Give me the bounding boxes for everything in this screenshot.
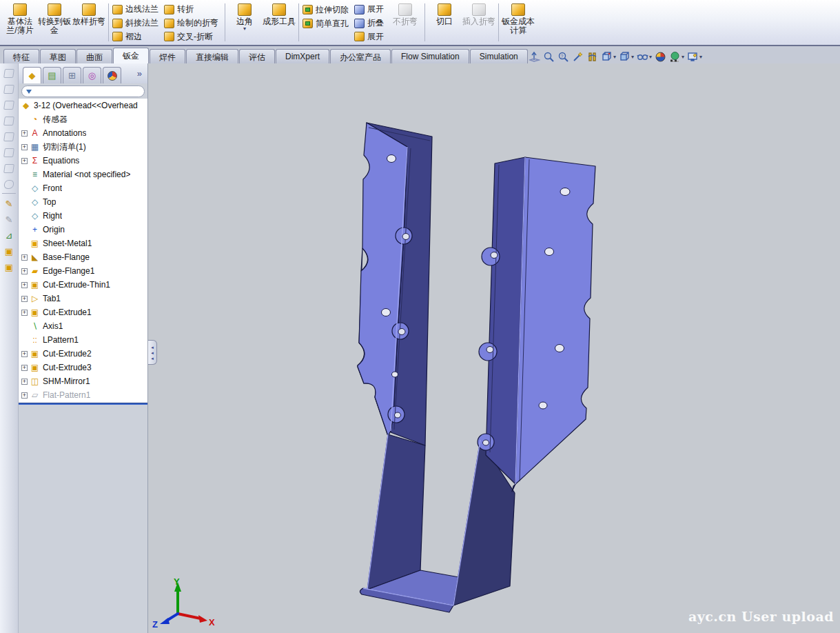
sheet-metal-part-model[interactable] xyxy=(148,63,840,633)
reference-geometry-button[interactable]: ⊿ xyxy=(3,229,15,241)
sketched-bend-button[interactable]: 绘制的折弯 xyxy=(163,17,223,30)
dropdown-caret-icon[interactable]: ▾ xyxy=(243,26,246,32)
extruded-cut-button[interactable]: 拉伸切除 xyxy=(301,3,353,17)
instant3d-alt-button[interactable]: ▣ xyxy=(3,261,15,273)
dropdown-caret-icon[interactable]: ▾ xyxy=(649,54,652,60)
expand-plus-icon[interactable]: + xyxy=(21,392,28,399)
zoom-to-fit-button[interactable] xyxy=(527,50,542,63)
expand-plus-icon[interactable]: + xyxy=(21,379,28,385)
edit-sketch-button[interactable]: ✎ xyxy=(3,213,15,225)
tree-item-right[interactable]: ◇Right xyxy=(19,209,147,223)
sketch-pencil-button[interactable]: ✎ xyxy=(3,197,15,210)
section-view-button[interactable] xyxy=(585,50,600,63)
tree-item-cut-extrude3[interactable]: +▣Cut-Extrude3 xyxy=(19,361,147,374)
feature-box-button[interactable] xyxy=(3,146,15,159)
propertymanager-tab[interactable]: ▤ xyxy=(43,67,61,83)
cross-break-button[interactable]: 交叉-折断 xyxy=(163,30,223,43)
display-style-button[interactable]: ▾ xyxy=(617,50,635,63)
expand-plus-icon[interactable]: + xyxy=(21,268,28,274)
panel-splitter-handle[interactable]: ◂◂◂ xyxy=(148,340,157,365)
tree-item-cut-extrude2[interactable]: +▣Cut-Extrude2 xyxy=(19,347,147,361)
expand-plus-icon[interactable]: + xyxy=(21,365,28,371)
lofted-bend-button[interactable]: 放样折弯 xyxy=(72,1,106,43)
sheetmetal-cost-button[interactable]: 钣金成本计算 xyxy=(501,1,535,43)
edge-flange-button[interactable]: 边线法兰 xyxy=(111,3,163,17)
tab-评估[interactable]: 评估 xyxy=(239,49,275,63)
tree-item-edge-flange1[interactable]: +▰Edge-Flange1 xyxy=(19,264,147,278)
expand-plus-icon[interactable]: + xyxy=(21,158,28,164)
expand-plus-icon[interactable]: + xyxy=(21,351,28,357)
tab-钣金[interactable]: 钣金 xyxy=(113,48,149,63)
tree-item-base-flange[interactable]: +◣Base-Flange xyxy=(19,250,147,264)
graphics-viewport[interactable]: Y X Z ayc.cn User upload xyxy=(148,63,840,633)
tree-item-lpattern1[interactable]: ::LPattern1 xyxy=(19,333,147,347)
dropdown-caret-icon[interactable]: ▾ xyxy=(699,54,702,60)
expand-plus-icon[interactable]: + xyxy=(21,130,28,137)
tree-item-flat-pattern1[interactable]: +▱Flat-Pattern1 xyxy=(19,388,147,402)
tree-item-shm-mirror1[interactable]: +◫SHM-Mirror1 xyxy=(19,374,147,388)
feature-box-button[interactable] xyxy=(3,114,15,127)
feature-box-button[interactable] xyxy=(3,99,15,111)
feature-box-button[interactable] xyxy=(3,67,15,79)
convert-to-sheetmetal-button[interactable]: 转换到钣金 xyxy=(37,1,72,43)
jog-button[interactable]: 转折 xyxy=(163,3,223,17)
tree-item-root[interactable]: ◆3-12 (Overhead<<Overhead xyxy=(19,99,147,112)
tree-item-cut-extrude1[interactable]: +▣Cut-Extrude1 xyxy=(19,305,147,319)
tab-曲面[interactable]: 曲面 xyxy=(76,49,112,63)
dropdown-caret-icon[interactable]: ▾ xyxy=(631,54,634,60)
tree-item-top[interactable]: ◇Top xyxy=(19,195,147,209)
feature-filter-box[interactable] xyxy=(21,86,145,97)
tree-item-切割清单-1-[interactable]: +▦切割清单(1) xyxy=(19,140,147,154)
feature-box-button[interactable] xyxy=(3,83,15,95)
featuremanager-tab[interactable]: ◆ xyxy=(23,67,41,83)
hide-show-items-button[interactable]: ▾ xyxy=(635,50,653,63)
tree-item-tab1[interactable]: +▷Tab1 xyxy=(19,292,147,305)
dropdown-caret-icon[interactable]: ▾ xyxy=(613,54,616,60)
feature-box-button[interactable] xyxy=(3,162,15,174)
configurationmanager-tab[interactable]: ⊞ xyxy=(63,67,81,83)
forming-tool-button[interactable]: 成形工具 xyxy=(262,1,296,43)
expand-plus-icon[interactable]: + xyxy=(21,254,28,261)
tab-dimxpert[interactable]: DimXpert xyxy=(276,49,329,63)
tree-item-origin[interactable]: +Origin xyxy=(19,223,147,237)
unfold-button[interactable]: 展开 xyxy=(353,3,388,17)
rip-button[interactable]: 切口 xyxy=(427,1,462,43)
tree-item-sheet-metal1[interactable]: ▣Sheet-Metal1 xyxy=(19,237,147,250)
simple-hole-button[interactable]: 简单直孔 xyxy=(301,17,353,30)
corner-button[interactable]: 边角▾ xyxy=(227,1,262,43)
tab-草图[interactable]: 草图 xyxy=(40,49,76,63)
rollback-bar[interactable] xyxy=(19,403,147,405)
view-selector-button[interactable] xyxy=(571,50,585,63)
view-orientation-button[interactable]: ▾ xyxy=(600,50,617,63)
tree-item-equations[interactable]: +ΣEquations xyxy=(19,154,147,168)
tab-flow-simulation[interactable]: Flow Simulation xyxy=(391,49,469,63)
dimxpertmanager-tab[interactable]: ◎ xyxy=(83,67,101,83)
expand-plus-icon[interactable]: + xyxy=(21,310,28,316)
feature-box-round-button[interactable] xyxy=(3,178,15,190)
dropdown-caret-icon[interactable]: ▾ xyxy=(682,54,684,60)
edit-appearance-button[interactable] xyxy=(653,50,668,63)
displaymanager-tab[interactable] xyxy=(103,67,121,83)
tab-办公室产品[interactable]: 办公室产品 xyxy=(330,49,391,63)
tab-直接编辑[interactable]: 直接编辑 xyxy=(186,49,238,63)
expand-plus-icon[interactable]: + xyxy=(21,144,28,150)
tree-item-material-not-specified-[interactable]: ≡Material <not specified> xyxy=(19,168,147,181)
hem-button[interactable]: 褶边 xyxy=(111,30,163,43)
tab-特征[interactable]: 特征 xyxy=(3,49,39,63)
feature-box-button[interactable] xyxy=(3,130,15,143)
magnified-selection-button[interactable]: ? xyxy=(556,50,571,63)
tree-item-front[interactable]: ◇Front xyxy=(19,181,147,195)
tree-item-cut-extrude-thin1[interactable]: +▣Cut-Extrude-Thin1 xyxy=(19,278,147,292)
expand-plus-icon[interactable]: + xyxy=(21,282,28,288)
tab-焊件[interactable]: 焊件 xyxy=(150,49,185,63)
tree-item-传感器[interactable]: ◔传感器 xyxy=(19,112,147,126)
apply-scene-button[interactable]: ▾ xyxy=(668,50,686,63)
zoom-to-area-button[interactable] xyxy=(542,50,556,63)
base-flange-button[interactable]: 基体法兰/薄片 xyxy=(3,1,37,43)
tab-simulation[interactable]: Simulation xyxy=(470,49,528,63)
expand-plus-icon[interactable]: + xyxy=(21,296,28,302)
view-settings-button[interactable]: ▾ xyxy=(686,50,704,63)
flatten-button[interactable]: 展开 xyxy=(353,30,388,43)
panel-tabs-overflow-chevron[interactable]: » xyxy=(137,68,142,79)
instant3d-button[interactable]: ▣ xyxy=(3,245,15,257)
